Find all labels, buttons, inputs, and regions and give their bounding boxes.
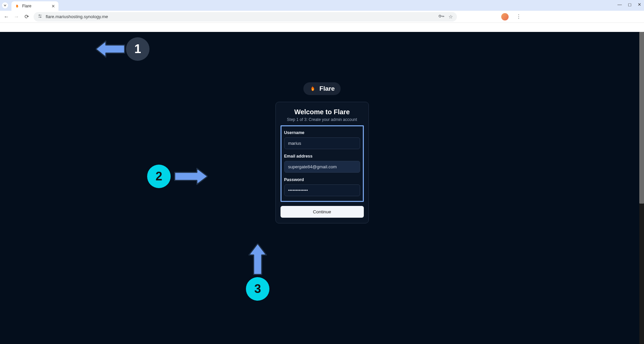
brand-badge: Flare	[303, 82, 341, 95]
tab-title: Flare	[22, 4, 49, 8]
arrow-right-icon	[171, 166, 208, 186]
arrow-left-icon	[96, 39, 126, 59]
annotation-1: 1	[96, 37, 149, 61]
email-input[interactable]	[284, 161, 360, 173]
svg-point-1	[39, 15, 40, 15]
browser-tab[interactable]: Flare ✕	[11, 1, 58, 11]
flame-icon	[15, 4, 19, 8]
bookmark-star-icon[interactable]: ☆	[448, 14, 453, 20]
maximize-button[interactable]: ◻	[628, 2, 632, 7]
email-label: Email address	[284, 154, 360, 159]
annotation-3: 3	[246, 244, 269, 301]
browser-tab-strip: Flare ✕ — ◻ ✕	[0, 0, 644, 11]
scrollbar-thumb[interactable]	[639, 32, 644, 204]
card-heading: Welcome to Flare	[281, 108, 364, 116]
chrome-menu-button[interactable]: ⋮	[516, 13, 521, 20]
back-button[interactable]: ←	[3, 14, 9, 20]
url-text: flare.mariushosting.synology.me	[46, 14, 435, 19]
password-key-icon[interactable]	[438, 14, 444, 19]
minimize-button[interactable]: —	[617, 2, 622, 7]
close-window-button[interactable]: ✕	[638, 2, 641, 7]
svg-point-3	[40, 17, 41, 17]
form-highlight-box: Username Email address Password	[281, 125, 364, 202]
flame-icon	[309, 85, 316, 92]
address-bar[interactable]: flare.mariushosting.synology.me ☆	[34, 12, 457, 22]
continue-button[interactable]: Continue	[281, 206, 364, 218]
tab-search-button[interactable]	[2, 2, 8, 8]
forward-button[interactable]: →	[13, 14, 19, 20]
browser-toolbar: ← → ⟳ flare.mariushosting.synology.me ☆ …	[0, 11, 644, 23]
setup-card: Welcome to Flare Step 1 of 3: Create you…	[275, 102, 369, 223]
card-subtitle: Step 1 of 3: Create your admin account	[281, 117, 364, 122]
browser-infobar	[0, 23, 644, 32]
username-label: Username	[284, 130, 360, 135]
reload-button[interactable]: ⟳	[24, 13, 30, 20]
close-icon[interactable]: ✕	[51, 4, 55, 9]
password-input[interactable]	[284, 184, 360, 196]
brand-name: Flare	[319, 85, 335, 92]
profile-avatar[interactable]	[501, 13, 509, 20]
page-body: Flare Welcome to Flare Step 1 of 3: Crea…	[0, 32, 644, 344]
scrollbar[interactable]	[639, 32, 644, 344]
annotation-2: 2	[147, 165, 208, 188]
annotation-badge: 1	[126, 37, 149, 61]
annotation-badge: 3	[246, 277, 269, 301]
svg-point-4	[439, 15, 441, 17]
password-label: Password	[284, 177, 360, 182]
site-settings-icon[interactable]	[38, 14, 42, 19]
arrow-up-icon	[247, 244, 268, 277]
annotation-badge: 2	[147, 165, 171, 188]
username-input[interactable]	[284, 137, 360, 149]
